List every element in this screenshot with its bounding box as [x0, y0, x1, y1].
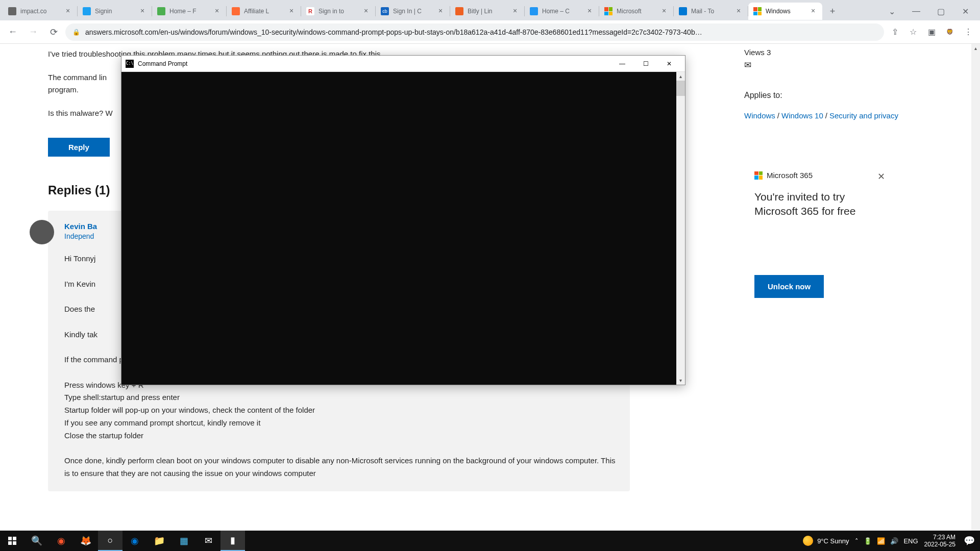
omnibox[interactable]: 🔒 answers.microsoft.com/en-us/windows/fo… — [65, 23, 884, 41]
favicon — [8, 7, 16, 15]
tab-title: Home – C — [542, 8, 581, 15]
breadcrumb-link[interactable]: Windows 10 — [781, 111, 823, 120]
calculator-app[interactable]: ▦ — [172, 531, 196, 551]
maximize-icon[interactable]: ▢ — [929, 3, 952, 19]
tab-close-icon[interactable]: × — [213, 7, 221, 15]
clock[interactable]: 7:23 AM 2022-05-25 — [924, 534, 955, 548]
favicon — [83, 7, 91, 15]
clock-date: 2022-05-25 — [924, 541, 955, 548]
tab-close-icon[interactable]: × — [511, 7, 519, 15]
volume-icon[interactable]: 🔊 — [890, 537, 898, 545]
cmd-close-icon[interactable]: ✕ — [657, 56, 681, 71]
weather-text: 9°C Sunny — [817, 537, 849, 545]
firefox-app[interactable]: 🦊 — [74, 531, 98, 551]
tab-title: Signin — [95, 8, 134, 15]
chevron-down-icon[interactable]: ⌄ — [880, 3, 903, 19]
cmd-titlebar[interactable]: C:\ Command Prompt — ☐ ✕ — [121, 56, 685, 72]
start-button[interactable] — [0, 531, 24, 551]
browser-chrome: impact.co× Signin× Home – F× Affiliate L… — [0, 0, 980, 44]
favicon — [753, 7, 762, 15]
favicon — [455, 7, 463, 15]
tab-close-icon[interactable]: × — [809, 7, 817, 15]
new-tab-button[interactable]: + — [825, 4, 840, 18]
cmd-scrollbar[interactable]: ▴ ▾ — [676, 72, 685, 385]
favicon — [604, 7, 612, 15]
tab-close-icon[interactable]: × — [585, 7, 594, 15]
tab-home1[interactable]: Home – F× — [152, 3, 226, 20]
back-button[interactable]: ← — [4, 23, 21, 41]
taskbar: 🔍 ◉ 🦊 ○ ◉ 📁 ▦ ✉ ▮ 9°C Sunny ˄ 🔋 📶 🔊 ENG … — [0, 531, 980, 551]
breadcrumb-link[interactable]: Security and privacy — [829, 111, 898, 120]
share-icon[interactable]: ⇪ — [887, 24, 902, 40]
tab-close-icon[interactable]: × — [660, 7, 668, 15]
command-prompt-window[interactable]: C:\ Command Prompt — ☐ ✕ ▴ ▾ — [121, 55, 685, 385]
sun-icon — [803, 536, 813, 546]
tab-title: Sign In | C — [393, 8, 432, 15]
cmd-maximize-icon[interactable]: ☐ — [634, 56, 657, 71]
favicon — [530, 7, 538, 15]
tab-close-icon[interactable]: × — [734, 7, 743, 15]
tab-signin[interactable]: Signin× — [78, 3, 152, 20]
question-line: The command lin — [48, 73, 107, 82]
tab-impact[interactable]: impact.co× — [3, 3, 77, 20]
chrome-app[interactable]: ○ — [98, 531, 122, 551]
minimize-icon[interactable]: — — [904, 3, 928, 19]
address-bar: ← → ⟳ 🔒 answers.microsoft.com/en-us/wind… — [0, 20, 980, 44]
window-controls: ⌄ — ▢ ✕ — [880, 3, 977, 19]
chevron-up-icon[interactable]: ˄ — [855, 537, 859, 545]
tab-microsoft[interactable]: Microsoft× — [599, 3, 673, 20]
favicon: cb — [381, 7, 389, 15]
tab-close-icon[interactable]: × — [362, 7, 370, 15]
reply-button[interactable]: Reply — [48, 138, 110, 157]
cmd-app[interactable]: ▮ — [220, 531, 245, 551]
page-scrollbar[interactable]: ▴ — [971, 44, 980, 531]
extension-icon[interactable]: 🦁 — [942, 24, 958, 40]
tab-affiliate[interactable]: Affiliate L× — [227, 3, 301, 20]
edge-app[interactable]: ◉ — [122, 531, 147, 551]
close-icon[interactable]: ✕ — [953, 3, 977, 19]
explorer-app[interactable]: 📁 — [147, 531, 172, 551]
scroll-thumb[interactable] — [676, 81, 685, 96]
cmd-body[interactable]: ▴ ▾ — [121, 72, 685, 385]
tab-strip: impact.co× Signin× Home – F× Affiliate L… — [0, 0, 980, 20]
url-text: answers.microsoft.com/en-us/windows/foru… — [85, 28, 877, 36]
menu-icon[interactable]: ⋮ — [961, 24, 976, 40]
search-button[interactable]: 🔍 — [24, 531, 49, 551]
language-indicator[interactable]: ENG — [903, 537, 918, 545]
battery-icon[interactable]: 🔋 — [864, 537, 872, 545]
bookmark-icon[interactable]: ☆ — [905, 24, 921, 40]
promo-close-icon[interactable]: ✕ — [873, 169, 889, 184]
forward-button[interactable]: → — [24, 23, 42, 41]
tab-signin-cb[interactable]: cbSign In | C× — [376, 3, 450, 20]
favicon: R — [306, 7, 314, 15]
tab-windows[interactable]: Windows× — [748, 3, 822, 20]
scroll-up-icon[interactable]: ▴ — [676, 72, 685, 81]
scroll-up-icon[interactable]: ▴ — [971, 44, 980, 53]
breadcrumb-link[interactable]: Windows — [744, 111, 775, 120]
favicon — [232, 7, 240, 15]
tab-signin-r[interactable]: RSign in to× — [301, 3, 375, 20]
reload-button[interactable]: ⟳ — [45, 23, 62, 41]
tab-title: impact.co — [20, 8, 60, 15]
side-panel-icon[interactable]: ▣ — [924, 24, 939, 40]
brave-app[interactable]: ◉ — [49, 531, 74, 551]
tab-bitly[interactable]: Bitly | Lin× — [450, 3, 524, 20]
tab-close-icon[interactable]: × — [138, 7, 146, 15]
question-line: program. — [48, 85, 79, 94]
favicon — [157, 7, 165, 15]
notifications-icon[interactable]: 💬 — [962, 531, 977, 551]
avatar[interactable] — [30, 220, 54, 244]
cmd-minimize-icon[interactable]: — — [610, 56, 634, 71]
wifi-icon[interactable]: 📶 — [877, 537, 885, 545]
tab-mail[interactable]: Mail - To× — [674, 3, 748, 20]
weather-widget[interactable]: 9°C Sunny — [803, 536, 849, 546]
tab-close-icon[interactable]: × — [64, 7, 72, 15]
tab-home2[interactable]: Home – C× — [525, 3, 599, 20]
tab-close-icon[interactable]: × — [436, 7, 445, 15]
unlock-now-button[interactable]: Unlock now — [754, 275, 824, 298]
scroll-down-icon[interactable]: ▾ — [676, 376, 685, 385]
tab-title: Microsoft — [617, 8, 656, 15]
mail-app[interactable]: ✉ — [196, 531, 220, 551]
mail-icon[interactable]: ✉ — [744, 60, 959, 70]
tab-close-icon[interactable]: × — [287, 7, 296, 15]
